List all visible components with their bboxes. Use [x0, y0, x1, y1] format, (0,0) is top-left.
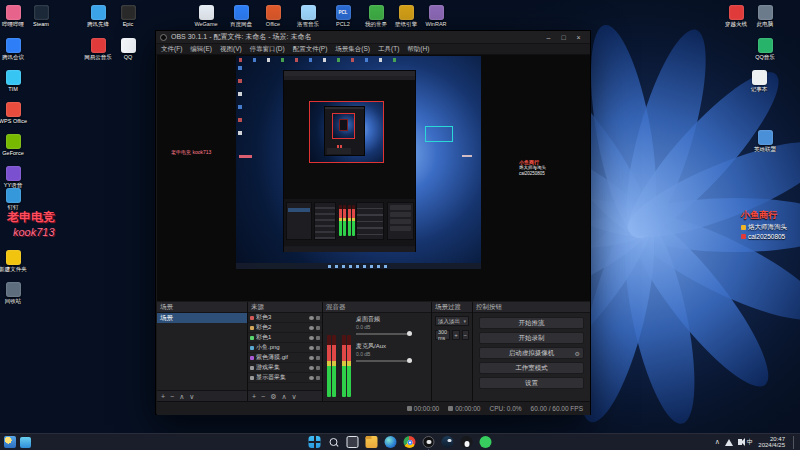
- desktop-icon[interactable]: WinRAR: [428, 5, 444, 20]
- source-row[interactable]: 彩色2: [248, 323, 322, 333]
- title-bar[interactable]: OBS 30.1.1 - 配置文件: 未命名 - 场景: 未命名 – □ ×: [156, 31, 590, 44]
- tray-clock[interactable]: 20:47 2024/4/25: [758, 436, 785, 449]
- desktop-icon[interactable]: 回收站: [5, 282, 21, 297]
- desktop-icon[interactable]: 此电脑: [757, 5, 773, 20]
- control-button[interactable]: 启动虚拟摄像机⚙: [479, 347, 584, 359]
- desktop-icon[interactable]: 英雄联盟: [757, 130, 773, 145]
- remove-transition-button[interactable]: −: [462, 330, 469, 340]
- desktop-icon[interactable]: 钉钉: [5, 188, 21, 203]
- minimize-button[interactable]: –: [541, 31, 556, 43]
- volume-slider[interactable]: [356, 360, 412, 362]
- volume-slider[interactable]: [356, 333, 412, 335]
- transition-duration-input[interactable]: 300 ms: [435, 330, 450, 340]
- scenes-toolbar-button[interactable]: +: [161, 393, 165, 400]
- visibility-icon[interactable]: [309, 346, 314, 350]
- transitions-dock-title[interactable]: 场景过渡: [432, 302, 472, 313]
- menu-item[interactable]: 视图(V): [220, 45, 242, 54]
- add-transition-button[interactable]: +: [452, 330, 459, 340]
- language-indicator[interactable]: 中: [747, 438, 754, 447]
- wechat-taskbar-icon[interactable]: [480, 436, 492, 448]
- visibility-icon[interactable]: [309, 336, 314, 340]
- control-button[interactable]: 开始推流: [479, 317, 584, 329]
- gear-icon[interactable]: ⚙: [575, 350, 580, 357]
- scenes-dock-title[interactable]: 场景: [157, 302, 247, 313]
- start-taskbar-icon[interactable]: [309, 436, 321, 448]
- preview-text-source-right[interactable]: 小鱼商行 烙大师海淘头 cai20250805: [519, 159, 546, 177]
- sources-toolbar-button[interactable]: ∧: [281, 393, 286, 400]
- sources-toolbar-button[interactable]: +: [252, 393, 256, 400]
- sources-toolbar-button[interactable]: −: [261, 393, 265, 400]
- lock-icon[interactable]: [316, 326, 320, 330]
- desktop-icon[interactable]: 腾讯会议: [5, 38, 21, 53]
- volume-icon[interactable]: [738, 439, 742, 445]
- maximize-button[interactable]: □: [556, 31, 571, 43]
- transition-select[interactable]: 淡入淡出 ▾: [435, 316, 469, 326]
- sources-toolbar-button[interactable]: ∨: [292, 393, 297, 400]
- close-button[interactable]: ×: [571, 31, 586, 43]
- desktop-icon[interactable]: 我的世界: [368, 5, 384, 20]
- visibility-icon[interactable]: [309, 326, 314, 330]
- desktop-icon[interactable]: TIM: [5, 70, 21, 85]
- scenes-toolbar-button[interactable]: ∧: [179, 393, 184, 400]
- desktop-icon[interactable]: 哔哩哔哩: [5, 5, 21, 20]
- task-view-taskbar-icon[interactable]: [347, 436, 359, 448]
- visibility-icon[interactable]: [309, 316, 314, 320]
- visibility-icon[interactable]: [309, 376, 314, 380]
- desktop-icon[interactable]: WeGame: [198, 5, 214, 20]
- lock-icon[interactable]: [316, 376, 320, 380]
- source-row[interactable]: 彩色1: [248, 333, 322, 343]
- menu-item[interactable]: 停靠窗口(D): [250, 45, 285, 54]
- source-row[interactable]: 紫色薄膜.gif: [248, 353, 322, 363]
- desktop-icon[interactable]: QQ音乐: [757, 38, 773, 53]
- desktop-icon[interactable]: 洛雪音乐: [300, 5, 316, 20]
- desktop-icon[interactable]: QQ: [120, 38, 136, 53]
- control-button[interactable]: 工作室模式: [479, 362, 584, 374]
- desktop-icon[interactable]: 记事本: [751, 70, 767, 85]
- chrome-taskbar-icon[interactable]: [404, 436, 416, 448]
- sources-dock-title[interactable]: 来源: [248, 302, 322, 313]
- visibility-icon[interactable]: [309, 356, 314, 360]
- desktop-icon[interactable]: 腾讯先锋: [90, 5, 106, 20]
- desktop-icon[interactable]: PCLPCL2: [335, 5, 351, 20]
- desktop-icon[interactable]: 壁纸引擎: [398, 5, 414, 20]
- desktop-icon[interactable]: Office: [265, 5, 281, 20]
- slider-knob[interactable]: [407, 331, 412, 336]
- tray-expand-icon[interactable]: ∧: [715, 438, 720, 446]
- lock-icon[interactable]: [316, 336, 320, 340]
- menu-item[interactable]: 场景集合(S): [335, 45, 370, 54]
- slider-knob[interactable]: [407, 358, 412, 363]
- visibility-icon[interactable]: [309, 366, 314, 370]
- explorer-taskbar-icon[interactable]: [366, 436, 378, 448]
- network-icon[interactable]: [725, 439, 733, 446]
- weather-icon[interactable]: [4, 436, 16, 448]
- scenes-toolbar-button[interactable]: −: [170, 393, 174, 400]
- steam-taskbar-icon[interactable]: [442, 436, 454, 448]
- lock-icon[interactable]: [316, 366, 320, 370]
- desktop-icon[interactable]: Steam: [33, 5, 49, 20]
- edge-taskbar-icon[interactable]: [385, 436, 397, 448]
- menu-item[interactable]: 文件(F): [161, 45, 182, 54]
- preview-canvas[interactable]: 老申电竞 kook713 小鱼商行 烙大师海淘头 cai20250805: [157, 55, 590, 301]
- chat-icon[interactable]: [20, 437, 31, 448]
- control-button[interactable]: 开始录制: [479, 332, 584, 344]
- desktop-icon[interactable]: GeForce: [5, 134, 21, 149]
- show-desktop-button[interactable]: [793, 436, 796, 449]
- source-row[interactable]: 小鱼.png: [248, 343, 322, 353]
- control-button[interactable]: 设置: [479, 377, 584, 389]
- preview-text-source-left[interactable]: 老申电竞 kook713: [171, 149, 211, 155]
- desktop-icon[interactable]: YY语音: [5, 166, 21, 181]
- source-row[interactable]: 游戏采集: [248, 363, 322, 373]
- controls-dock-title[interactable]: 控制按钮: [473, 302, 590, 313]
- scene-list-item[interactable]: 场景: [157, 313, 247, 323]
- menu-item[interactable]: 配置文件(P): [293, 45, 328, 54]
- lock-icon[interactable]: [316, 316, 320, 320]
- menu-item[interactable]: 帮助(H): [407, 45, 429, 54]
- search-taskbar-icon[interactable]: [328, 436, 340, 448]
- source-row[interactable]: 显示器采集: [248, 373, 322, 383]
- menu-item[interactable]: 工具(T): [378, 45, 399, 54]
- selection-box[interactable]: [425, 126, 453, 142]
- desktop-icon[interactable]: 穿越火线: [728, 5, 744, 20]
- source-row[interactable]: 彩色3: [248, 313, 322, 323]
- scenes-toolbar-button[interactable]: ∨: [189, 393, 194, 400]
- obs-taskbar-icon[interactable]: [423, 436, 435, 448]
